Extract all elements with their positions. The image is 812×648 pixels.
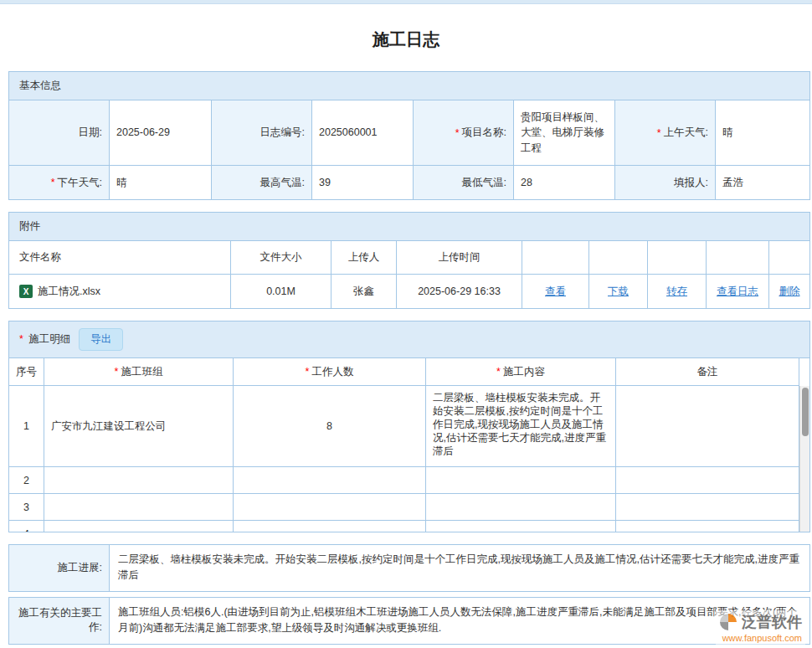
export-button[interactable]: 导出 — [79, 328, 123, 351]
field-label-project-name: *项目名称: — [414, 100, 514, 166]
col-team: *施工班组 — [44, 358, 234, 386]
field-value-morning-weather: 晴 — [716, 100, 809, 166]
detail-table: 序号 *施工班组 *工作人数 *施工内容 备注 1 广安市九江建设工程公司 8 … — [9, 358, 809, 532]
basic-info-header: 基本信息 — [9, 72, 809, 100]
row-seq: 4 — [9, 521, 44, 532]
progress-value: 二层梁板、墙柱模板安装未完成。开始安装二层模板,按约定时间是十个工作日完成,现按… — [110, 545, 809, 591]
attachments-table-header: 文件名称 文件大小 上传人 上传时间 — [9, 241, 809, 275]
row-content — [426, 494, 616, 521]
transfer-link[interactable]: 转存 — [666, 285, 687, 299]
label-text: 下午天气: — [58, 176, 102, 190]
row-content — [426, 521, 616, 532]
attachments-section: 附件 文件名称 文件大小 上传人 上传时间 X 施工情况.xlsx 0.01M … — [8, 212, 810, 309]
row-workers — [234, 494, 426, 521]
table-row: 1 广安市九江建设工程公司 8 二层梁板、墙柱模板安装未完成。开始安装二层模板,… — [9, 386, 799, 467]
scrollbar-thumb[interactable] — [802, 388, 809, 436]
col-action-5 — [769, 241, 809, 275]
row-seq: 2 — [9, 467, 44, 494]
col-uploader: 上传人 — [331, 241, 397, 275]
header-text: 施工内容 — [503, 365, 545, 379]
required-marker: * — [51, 177, 55, 188]
table-row: 2 — [9, 467, 799, 494]
col-seq: 序号 — [9, 358, 44, 386]
field-value-max-temp: 39 — [312, 166, 414, 199]
col-content: *施工内容 — [426, 358, 616, 386]
construction-detail-section: * 施工明细 导出 序号 *施工班组 *工作人数 *施工内容 备注 1 广安市九… — [8, 321, 810, 532]
row-seq: 1 — [9, 386, 44, 467]
field-label-morning-weather: *上午天气: — [615, 100, 716, 166]
row-remark — [616, 467, 799, 494]
label-text: 日期: — [79, 126, 102, 140]
vendor-url: www.fanpusoft.com — [722, 633, 802, 643]
field-value-min-temp: 28 — [514, 166, 615, 199]
field-label-log-number: 日志编号: — [212, 100, 312, 166]
col-action-3 — [648, 241, 707, 275]
required-marker: * — [306, 366, 310, 378]
col-workers: *工作人数 — [234, 358, 426, 386]
col-action-2 — [589, 241, 648, 275]
main-work-value: 施工班组人员:铝模6人.(由进场到目前为止,铝模班组木工班进场施工人员人数无法保… — [110, 598, 809, 644]
field-label-reporter: 填报人: — [615, 166, 716, 199]
field-value-afternoon-weather: 晴 — [110, 166, 212, 199]
label-text: 上午天气: — [664, 126, 708, 140]
download-link[interactable]: 下载 — [608, 285, 629, 299]
view-link[interactable]: 查看 — [545, 285, 566, 299]
delete-link[interactable]: 删除 — [779, 285, 800, 299]
basic-info-section: 基本信息 日期: 2025-06-29 日志编号: 2025060001 *项目… — [8, 71, 810, 200]
label-text: 项目名称: — [462, 126, 506, 140]
required-marker: * — [19, 333, 23, 345]
excel-file-icon: X — [19, 285, 33, 298]
file-size: 0.01M — [231, 275, 331, 308]
attachment-row: X 施工情况.xlsx 0.01M 张鑫 2025-06-29 16:33 查看… — [9, 275, 809, 308]
field-value-log-number: 2025060001 — [312, 100, 414, 166]
main-work-row: 施工有关的主要工作: 施工班组人员:铝模6人.(由进场到目前为止,铝模班组木工班… — [8, 597, 810, 645]
row-workers — [234, 521, 426, 532]
row-remark — [616, 386, 799, 467]
field-value-reporter: 孟浩 — [716, 166, 809, 199]
field-value-date: 2025-06-29 — [110, 100, 212, 166]
table-row: 3 — [9, 494, 799, 521]
col-file-name: 文件名称 — [9, 241, 231, 275]
header-text: 工作人数 — [311, 365, 353, 379]
row-content — [426, 467, 616, 494]
col-file-size: 文件大小 — [231, 241, 331, 275]
col-upload-time: 上传时间 — [397, 241, 522, 275]
main-work-label: 施工有关的主要工作: — [9, 598, 110, 644]
required-marker: * — [496, 366, 501, 378]
col-remark: 备注 — [616, 358, 799, 386]
file-name: 施工情况.xlsx — [38, 285, 100, 299]
progress-label: 施工进展: — [9, 545, 110, 591]
progress-row: 施工进展: 二层梁板、墙柱模板安装未完成。开始安装二层模板,按约定时间是十个工作… — [8, 544, 810, 592]
row-workers — [234, 467, 426, 494]
field-label-min-temp: 最低气温: — [414, 166, 514, 199]
detail-title-text: 施工明细 — [28, 333, 70, 345]
detail-table-header: 序号 *施工班组 *工作人数 *施工内容 备注 — [9, 358, 799, 386]
row-team — [44, 521, 234, 532]
field-value-project-name: 贵阳项目样板间、大堂、电梯厅装修工程 — [514, 100, 615, 166]
label-text: 日志编号: — [260, 126, 305, 140]
row-remark — [616, 494, 799, 521]
field-label-date: 日期: — [9, 100, 110, 166]
file-name-cell: X 施工情况.xlsx — [9, 275, 231, 308]
attachments-title: 附件 — [19, 219, 40, 234]
row-remark — [616, 521, 799, 532]
fanpu-logo-icon — [719, 613, 737, 631]
vendor-watermark: 泛普软件 www.fanpusoft.com — [716, 610, 805, 645]
basic-info-table: 日期: 2025-06-29 日志编号: 2025060001 *项目名称: 贵… — [9, 100, 809, 199]
row-team — [44, 467, 234, 494]
view-log-link[interactable]: 查看日志 — [717, 285, 758, 299]
col-action-1 — [522, 241, 589, 275]
detail-table-inner: 序号 *施工班组 *工作人数 *施工内容 备注 1 广安市九江建设工程公司 8 … — [9, 358, 799, 532]
vendor-brand: 泛普软件 — [742, 612, 802, 632]
label-text: 填报人: — [674, 176, 708, 190]
row-team — [44, 494, 234, 521]
detail-title: * 施工明细 — [19, 332, 70, 347]
basic-info-title: 基本信息 — [19, 79, 61, 93]
detail-scrollbar[interactable] — [799, 386, 809, 532]
field-label-max-temp: 最高气温: — [212, 166, 312, 199]
page-title: 施工日志 — [0, 4, 812, 71]
label-text: 最高气温: — [260, 176, 305, 190]
row-seq: 3 — [9, 494, 44, 521]
upload-time: 2025-06-29 16:33 — [397, 275, 522, 308]
construction-detail-header: * 施工明细 导出 — [9, 321, 809, 358]
